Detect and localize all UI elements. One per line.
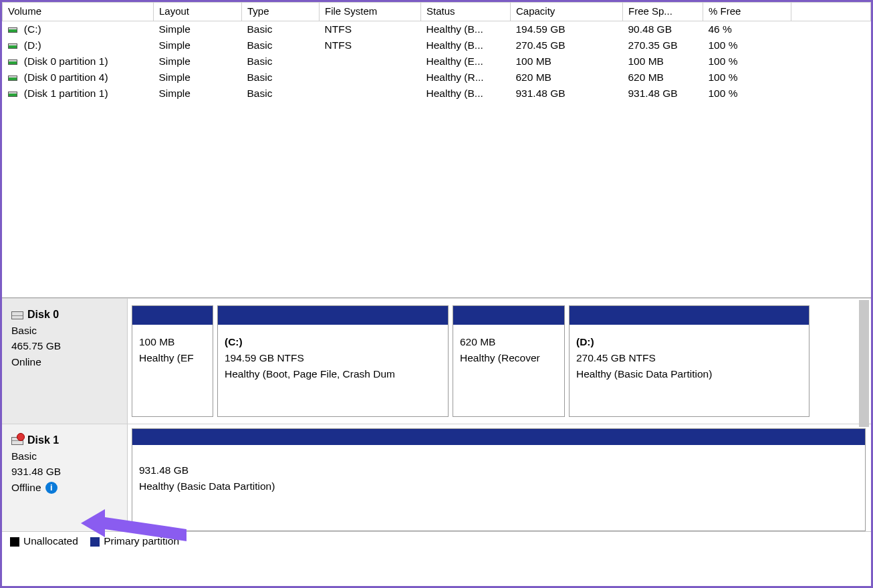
volume-list-pane: Volume Layout Type File System Status Ca… bbox=[2, 2, 871, 298]
disk-state: Online bbox=[11, 354, 120, 370]
info-icon[interactable]: i bbox=[45, 482, 57, 494]
partition-color-bar bbox=[570, 306, 809, 325]
partition-color-bar bbox=[132, 306, 213, 325]
partition-area: 931.48 GBHealthy (Basic Data Partition) bbox=[128, 424, 871, 538]
disk-row[interactable]: Disk 0Basic465.75 GBOnline100 MBHealthy … bbox=[2, 298, 871, 424]
partition-body: (D:)270.45 GB NTFSHealthy (Basic Data Pa… bbox=[570, 325, 809, 389]
col-type[interactable]: Type bbox=[242, 3, 320, 21]
partition-size: 620 MB bbox=[460, 334, 557, 350]
partition-size: 100 MB bbox=[139, 334, 206, 350]
disk-type: Basic bbox=[11, 323, 120, 338]
table-row[interactable]: (D:)SimpleBasicNTFSHealthy (B...270.45 G… bbox=[3, 37, 871, 53]
disk-row[interactable]: Disk 1Basic931.48 GBOffline i931.48 GBHe… bbox=[2, 424, 871, 539]
disk-info[interactable]: Disk 1Basic931.48 GBOffline i bbox=[2, 424, 128, 538]
partition-status: Healthy (Boot, Page File, Crash Dum bbox=[225, 366, 441, 382]
col-spacer bbox=[791, 3, 871, 21]
table-row[interactable]: (C:)SimpleBasicNTFSHealthy (B...194.59 G… bbox=[3, 21, 871, 38]
drive-icon bbox=[8, 59, 17, 65]
col-volume[interactable]: Volume bbox=[3, 3, 154, 21]
legend-primary: Primary partition bbox=[90, 535, 179, 547]
partition-status: Healthy (Basic Data Partition) bbox=[139, 478, 858, 494]
volume-table: Volume Layout Type File System Status Ca… bbox=[2, 2, 871, 102]
partition[interactable]: (C:)194.59 GB NTFSHealthy (Boot, Page Fi… bbox=[217, 305, 449, 417]
partition[interactable]: 100 MBHealthy (EF bbox=[132, 305, 213, 417]
drive-icon bbox=[8, 92, 17, 97]
legend-primary-label: Primary partition bbox=[104, 535, 179, 547]
partition[interactable]: 620 MBHealthy (Recover bbox=[453, 305, 565, 417]
disk-size: 465.75 GB bbox=[11, 338, 120, 353]
col-fs[interactable]: File System bbox=[320, 3, 421, 21]
partition-body: 100 MBHealthy (EF bbox=[132, 325, 213, 373]
col-layout[interactable]: Layout bbox=[154, 3, 242, 21]
partition-size: 194.59 GB NTFS bbox=[225, 350, 441, 366]
disk-icon bbox=[11, 311, 23, 319]
legend: Unallocated Primary partition bbox=[2, 531, 871, 554]
partition-color-bar bbox=[453, 306, 564, 325]
partition-status: Healthy (EF bbox=[139, 350, 206, 366]
volume-table-header-row: Volume Layout Type File System Status Ca… bbox=[3, 3, 871, 21]
partition-body: 620 MBHealthy (Recover bbox=[453, 325, 564, 373]
drive-icon bbox=[8, 27, 17, 33]
col-status[interactable]: Status bbox=[421, 3, 511, 21]
partition-area: 100 MBHealthy (EF(C:)194.59 GB NTFSHealt… bbox=[128, 299, 871, 424]
unallocated-swatch-icon bbox=[10, 537, 19, 547]
partition[interactable]: 931.48 GBHealthy (Basic Data Partition) bbox=[132, 428, 866, 531]
partition-body: 931.48 GBHealthy (Basic Data Partition) bbox=[132, 445, 865, 501]
partition-label: (D:) bbox=[576, 334, 802, 350]
table-row[interactable]: (Disk 1 partition 1)SimpleBasicHealthy (… bbox=[3, 86, 871, 102]
partition-status: Healthy (Recover bbox=[460, 350, 557, 366]
disk-title: Disk 0 bbox=[27, 309, 59, 320]
disk-type: Basic bbox=[11, 448, 120, 464]
partition-color-bar bbox=[218, 306, 448, 325]
partition-status: Healthy (Basic Data Partition) bbox=[576, 366, 802, 382]
disk-title: Disk 1 bbox=[27, 434, 59, 446]
col-free[interactable]: Free Sp... bbox=[623, 3, 703, 21]
disk-size: 931.48 GB bbox=[11, 464, 120, 479]
disk-state: Offline i bbox=[11, 480, 120, 495]
disk-info[interactable]: Disk 0Basic465.75 GBOnline bbox=[2, 299, 128, 424]
disk-map-pane: Disk 0Basic465.75 GBOnline100 MBHealthy … bbox=[2, 298, 871, 554]
drive-icon bbox=[8, 43, 17, 49]
vertical-scrollbar[interactable] bbox=[859, 300, 869, 427]
drive-icon bbox=[8, 76, 17, 81]
partition-body: (C:)194.59 GB NTFSHealthy (Boot, Page Fi… bbox=[218, 325, 448, 389]
col-pct[interactable]: % Free bbox=[703, 3, 791, 21]
legend-unallocated: Unallocated bbox=[10, 535, 81, 547]
table-row[interactable]: (Disk 0 partition 4)SimpleBasicHealthy (… bbox=[3, 69, 871, 86]
disk-icon bbox=[11, 437, 23, 445]
col-capacity[interactable]: Capacity bbox=[511, 3, 623, 21]
partition[interactable]: (D:)270.45 GB NTFSHealthy (Basic Data Pa… bbox=[569, 305, 809, 417]
partition-label: (C:) bbox=[225, 334, 441, 350]
partition-size: 270.45 GB NTFS bbox=[576, 350, 802, 366]
partition-size: 931.48 GB bbox=[139, 462, 858, 478]
partition-color-bar bbox=[132, 429, 865, 445]
table-row[interactable]: (Disk 0 partition 1)SimpleBasicHealthy (… bbox=[3, 53, 871, 69]
legend-unallocated-label: Unallocated bbox=[23, 535, 78, 547]
primary-swatch-icon bbox=[90, 537, 100, 547]
